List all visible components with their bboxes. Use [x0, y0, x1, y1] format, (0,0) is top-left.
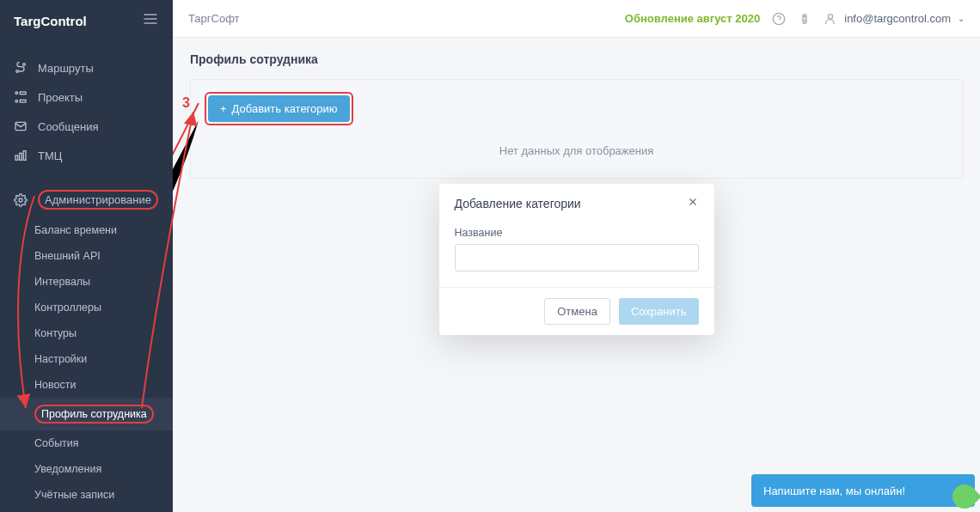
sidebar-sub-settings[interactable]: Настройки [0, 346, 173, 372]
sidebar-item-label: Проекты [38, 91, 83, 104]
sidebar-item-label: Интервалы [34, 276, 90, 288]
sidebar-item-label: Контуры [34, 327, 77, 339]
modal-header: Добавление категории [439, 184, 714, 223]
sidebar-item-label: Новости [34, 379, 76, 391]
svg-point-13 [19, 198, 22, 202]
admin-submenu: Баланс времени Внешний API Интервалы Кон… [0, 217, 173, 508]
sidebar-item-label: События [34, 437, 79, 449]
add-category-modal: Добавление категории Название Отмена Сох… [439, 184, 714, 335]
sidebar-item-admin[interactable]: Администрирование 1 [0, 182, 173, 217]
app-logo: TargControl [14, 14, 87, 28]
sidebar-sub-controllers[interactable]: Контроллеры [0, 295, 173, 320]
svg-point-3 [16, 70, 19, 73]
sidebar: TargControl Маршруты Проекты Сообщения Т… [0, 0, 173, 512]
name-field-label: Название [455, 227, 699, 239]
sidebar-item-label: Учётные записи [34, 489, 114, 501]
sidebar-item-label: Профиль сотрудника [41, 408, 147, 420]
sidebar-item-label: Уведомления [34, 463, 101, 475]
route-icon [14, 61, 28, 75]
messages-icon [14, 119, 28, 133]
sidebar-sub-intervals[interactable]: Интервалы [0, 269, 173, 295]
sidebar-sub-notifications[interactable]: Уведомления [0, 456, 173, 482]
hamburger-icon[interactable] [142, 10, 159, 31]
projects-icon [14, 90, 28, 104]
close-icon[interactable] [687, 196, 699, 211]
sidebar-item-label: Администрирование [45, 193, 151, 206]
sidebar-item-routes[interactable]: Маршруты [0, 53, 173, 82]
sidebar-sub-profile[interactable]: Профиль сотрудника 2 [0, 398, 173, 430]
sidebar-sub-api[interactable]: Внешний API [0, 243, 173, 269]
sidebar-item-label: Баланс времени [34, 224, 117, 236]
sidebar-sub-news[interactable]: Новости [0, 372, 173, 398]
sidebar-sub-balance[interactable]: Баланс времени [0, 217, 173, 243]
svg-rect-10 [15, 155, 18, 160]
sidebar-sub-contours[interactable]: Контуры [0, 320, 173, 346]
sidebar-sub-accounts[interactable]: Учётные записи [0, 482, 173, 508]
svg-rect-12 [23, 151, 26, 161]
modal-backdrop: Добавление категории Название Отмена Сох… [173, 0, 980, 512]
sidebar-item-label: Сообщения [38, 120, 99, 133]
sidebar-menu: Маршруты Проекты Сообщения ТМЦ Администр… [0, 41, 173, 512]
sidebar-item-projects[interactable]: Проекты [0, 82, 173, 112]
sidebar-item-label: Внешний API [34, 250, 101, 262]
svg-point-5 [15, 92, 18, 94]
sidebar-sub-events[interactable]: События [0, 430, 173, 456]
modal-title: Добавление категории [455, 197, 581, 210]
save-button[interactable]: Сохранить [619, 298, 699, 325]
sidebar-item-inventory[interactable]: ТМЦ [0, 141, 173, 170]
modal-body: Название [439, 223, 714, 287]
chat-widget-text: Напишите нам, мы онлайн! [763, 485, 905, 497]
gear-icon [14, 193, 28, 207]
svg-rect-8 [20, 100, 26, 102]
cancel-button[interactable]: Отмена [544, 298, 610, 325]
main-area: ТаргСофт Обновление август 2020 info@tar… [173, 0, 980, 512]
svg-rect-11 [20, 153, 22, 160]
annotation-highlight-2: Профиль сотрудника [34, 405, 154, 424]
sidebar-item-label: ТМЦ [38, 149, 62, 162]
name-input[interactable] [455, 244, 699, 271]
sidebar-item-label: Маршруты [38, 62, 94, 75]
svg-rect-7 [20, 92, 26, 94]
modal-footer: Отмена Сохранить [439, 287, 714, 335]
sidebar-header: TargControl [0, 0, 173, 41]
svg-point-4 [23, 64, 26, 66]
sidebar-item-messages[interactable]: Сообщения [0, 112, 173, 141]
sidebar-item-label: Настройки [34, 353, 87, 365]
chat-widget[interactable]: Напишите нам, мы онлайн! [751, 474, 975, 507]
inventory-icon [14, 149, 28, 162]
annotation-highlight-1: Администрирование [38, 190, 158, 210]
svg-point-6 [15, 100, 18, 102]
sidebar-item-label: Контроллеры [34, 302, 101, 314]
